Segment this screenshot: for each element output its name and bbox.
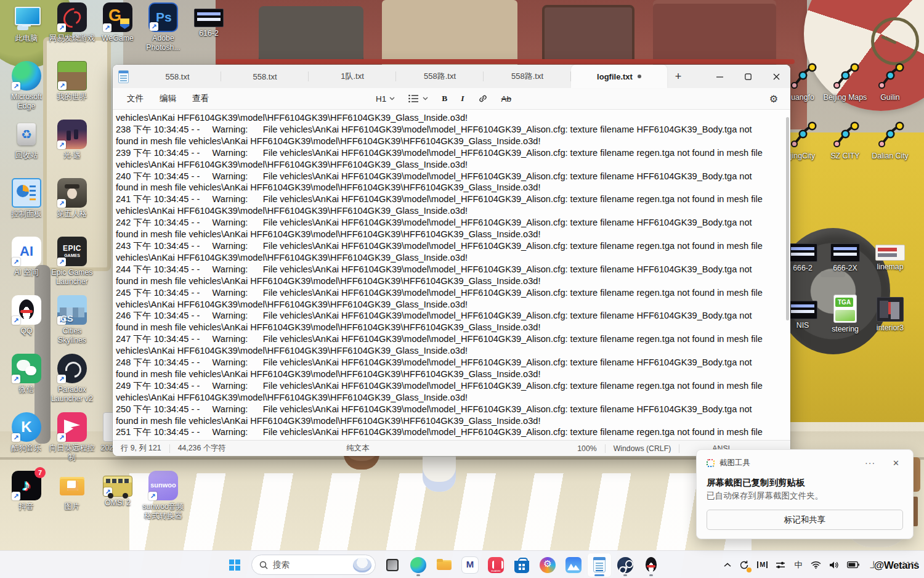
taskbar-app-button[interactable] <box>509 553 534 577</box>
desktop-icon[interactable]: ↗ 抖音 <box>4 471 49 511</box>
close-button[interactable] <box>762 65 790 88</box>
desktop-icon[interactable]: ↗ Guilin <box>867 62 913 102</box>
desktop-icon[interactable]: ↗ 酷狗音乐 <box>4 412 49 453</box>
taskbar-app-icon <box>488 557 504 573</box>
desktop-icon-label: 网易发烧游戏 <box>49 34 95 43</box>
desktop-icon-image: ↗ <box>12 2 41 32</box>
sync-tray-icon[interactable] <box>737 558 751 572</box>
taskbar-app-button[interactable] <box>458 553 482 577</box>
notepad-tab[interactable]: 558路.txt <box>396 65 484 88</box>
bold-button[interactable]: B <box>437 91 452 106</box>
desktop-icon[interactable]: ↗ Microsoft Edge <box>4 61 49 111</box>
list-dropdown[interactable] <box>403 92 433 105</box>
menu-button[interactable]: 编辑 <box>152 91 184 107</box>
desktop-icon[interactable]: ↗ interior3 <box>867 295 913 333</box>
desktop-icon[interactable]: ↗ QQ <box>4 295 49 336</box>
search-bear-decoration-icon <box>353 558 371 572</box>
desktop-icon[interactable]: ↗ 第五人格 <box>49 178 95 219</box>
settings-gear-icon[interactable]: ⚙ <box>763 91 784 107</box>
desktop-icon[interactable]: ↗ Dalian City <box>867 120 913 161</box>
taskbar-app-button[interactable] <box>561 553 586 577</box>
hidden-icons-chevron-icon[interactable] <box>722 561 733 569</box>
log-line: 249 下午 10:34:45 - - Warning: File vehicl… <box>116 380 790 392</box>
marktext-tray-icon[interactable]: M <box>755 560 769 570</box>
new-tab-button[interactable]: + <box>667 67 689 86</box>
start-button[interactable] <box>222 553 247 577</box>
taskbar-app-button[interactable] <box>484 553 508 577</box>
strikethrough-button[interactable]: Ab <box>496 92 517 106</box>
toast-more-icon[interactable]: ··· <box>861 457 879 468</box>
menu-button[interactable]: 查看 <box>184 91 217 107</box>
desktop-icon-label: 酷狗音乐 <box>4 444 49 453</box>
taskbar-app-button[interactable] <box>380 553 405 577</box>
notepad-tab[interactable]: 558路.txt <box>484 65 571 88</box>
desktop-icon[interactable]: ↗ Adobe Photosh... <box>140 2 186 52</box>
desktop-icon-image: ↗ <box>12 412 41 442</box>
taskbar-app-button[interactable] <box>535 553 560 577</box>
desktop-icon[interactable]: ↗ SZ CITY <box>822 120 868 161</box>
ime-indicator[interactable]: 中 <box>792 558 804 572</box>
desktop-icon[interactable]: ↗ 向日葵远程控制 <box>49 412 95 462</box>
menu-bar: 文件 编辑 查看 <box>119 91 217 107</box>
log-line: 243 下午 10:34:45 - - Warning: File vehicl… <box>116 240 790 252</box>
tab-label: 558路.txt <box>424 71 456 82</box>
wallpaper-panel <box>542 5 634 63</box>
maximize-button[interactable] <box>734 65 762 88</box>
taskbar-app-button[interactable] <box>587 553 612 577</box>
desktop-icon[interactable]: ↗ 此电脑 <box>4 2 49 43</box>
desktop-icon[interactable]: ↗ 我的世界 <box>49 61 95 102</box>
mark-share-button[interactable]: 标记和共享 <box>707 510 903 530</box>
taskbar-app-button[interactable] <box>639 553 663 577</box>
vertical-scrollbar[interactable] <box>786 117 789 320</box>
desktop-icon[interactable]: ↗ AI 空间 <box>4 237 49 277</box>
minimize-button[interactable] <box>705 65 734 88</box>
desktop-icon[interactable]: ↗ steering <box>822 295 868 334</box>
log-line: found in mesh file vehicles\AnKai HFF610… <box>116 275 790 287</box>
menu-button[interactable]: 文件 <box>119 91 152 107</box>
desktop-icon[interactable]: ↗ 回收站 <box>4 120 49 160</box>
search-input[interactable]: 搜索 <box>251 555 376 575</box>
desktop-icon[interactable]: ↗ 微信 <box>4 354 49 394</box>
taskbar-app-button[interactable] <box>432 553 456 577</box>
notepad-tab[interactable]: 558.txt <box>221 65 309 88</box>
volume-icon[interactable] <box>827 559 841 571</box>
taskbar-center: 搜索 <box>222 551 664 578</box>
desktop-icon[interactable]: ↗ 光·遇 <box>49 120 95 160</box>
desktop-icon-image: ↗ <box>194 9 224 27</box>
desktop-icon[interactable]: ↗ Cities Skylines <box>49 295 95 345</box>
log-line: vehicles\AnKai HFF6104GK39\model\HFF6104… <box>116 252 790 264</box>
taskbar-app-button[interactable] <box>406 553 431 577</box>
desktop-icon[interactable]: ↗ 666-2X <box>822 237 868 273</box>
desktop-icon[interactable]: ↗ sunwoo音频格式转换器 <box>140 471 186 521</box>
desktop-icon[interactable]: ↗ Epic Games Launcher <box>49 237 95 287</box>
desktop-icon[interactable]: ↗ Paradox Launcher v2 <box>49 354 95 404</box>
desktop-icon-label: 光·遇 <box>49 151 95 160</box>
zoom-level[interactable]: 100% <box>569 444 604 453</box>
notepad-tab[interactable]: logfile.txt <box>571 65 667 88</box>
toast-close-icon[interactable]: ✕ <box>889 457 903 468</box>
desktop-icon[interactable]: ↗ linemap <box>867 237 913 272</box>
desktop-icon-image: ↗ <box>148 471 178 500</box>
log-line: 240 下午 10:34:45 - - Warning: File vehicl… <box>116 171 790 182</box>
desktop-icon[interactable]: ↗ 图片 <box>49 471 95 511</box>
desktop-icon-label: interior3 <box>867 324 913 333</box>
desktop-icon[interactable]: ↗ Beijing Maps <box>822 62 868 102</box>
notepad-tab[interactable]: 1队.txt <box>309 65 396 88</box>
desktop-icon[interactable]: ↗ OMSI 2 <box>95 471 140 508</box>
toggles-tray-icon[interactable] <box>774 559 787 571</box>
text-editor[interactable]: vehicles\AnKai HFF6104GK39\model\HFF6104… <box>113 110 790 440</box>
desktop-icon[interactable]: ↗ WeGame <box>95 2 140 43</box>
heading-dropdown[interactable]: H1 <box>371 92 400 106</box>
notepad-toolbar: 文件 编辑 查看 H1 B I Ab ⚙ <box>113 88 790 110</box>
taskbar-app-button[interactable] <box>613 553 638 577</box>
line-ending[interactable]: Windows (CRLF) <box>606 444 679 453</box>
wifi-icon[interactable] <box>809 559 823 571</box>
battery-icon[interactable] <box>845 560 861 570</box>
desktop-icon[interactable]: ↗ 616-2 <box>186 2 232 38</box>
desktop-icon[interactable]: ↗ 控制面板 <box>4 178 49 219</box>
link-button[interactable] <box>473 91 493 106</box>
italic-button[interactable]: I <box>456 91 469 106</box>
desktop-icon-image: ↗ <box>57 61 87 91</box>
desktop-icon[interactable]: ↗ 网易发烧游戏 <box>49 2 95 43</box>
notepad-tab[interactable]: 558.txt <box>134 65 221 88</box>
